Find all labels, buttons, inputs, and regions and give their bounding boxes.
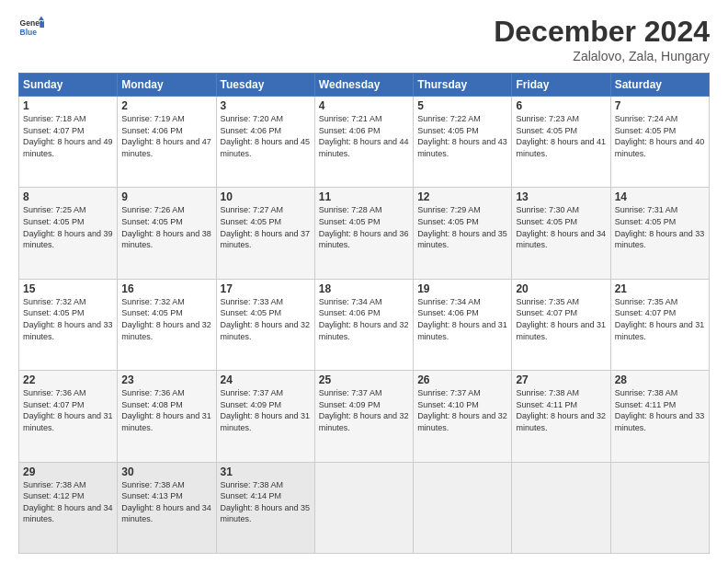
weekday-header: Thursday bbox=[414, 74, 512, 97]
day-number: 12 bbox=[417, 190, 507, 203]
calendar-cell: 6Sunrise: 7:23 AMSunset: 4:05 PMDaylight… bbox=[512, 97, 610, 188]
day-number: 9 bbox=[121, 190, 211, 203]
calendar-cell: 9Sunrise: 7:26 AMSunset: 4:05 PMDaylight… bbox=[118, 188, 216, 279]
month-title: December 2024 bbox=[494, 15, 710, 49]
logo: General Blue bbox=[18, 15, 44, 40]
day-number: 16 bbox=[121, 282, 211, 295]
logo-icon: General Blue bbox=[18, 15, 44, 40]
cell-info: Sunrise: 7:35 AMSunset: 4:07 PMDaylight:… bbox=[615, 297, 705, 341]
weekday-header: Friday bbox=[512, 74, 610, 97]
cell-info: Sunrise: 7:34 AMSunset: 4:06 PMDaylight:… bbox=[319, 297, 409, 341]
cell-info: Sunrise: 7:19 AMSunset: 4:06 PMDaylight:… bbox=[121, 114, 211, 158]
cell-info: Sunrise: 7:37 AMSunset: 4:09 PMDaylight:… bbox=[319, 388, 409, 432]
weekday-header: Saturday bbox=[610, 74, 709, 97]
calendar-cell: 19Sunrise: 7:34 AMSunset: 4:06 PMDayligh… bbox=[414, 279, 512, 370]
day-number: 15 bbox=[23, 282, 113, 295]
cell-info: Sunrise: 7:34 AMSunset: 4:06 PMDaylight:… bbox=[417, 297, 507, 341]
weekday-header: Wednesday bbox=[314, 74, 413, 97]
calendar-cell: 2Sunrise: 7:19 AMSunset: 4:06 PMDaylight… bbox=[118, 97, 216, 188]
svg-text:Blue: Blue bbox=[20, 28, 38, 37]
day-number: 30 bbox=[121, 465, 211, 478]
day-number: 4 bbox=[319, 99, 409, 112]
calendar-cell: 7Sunrise: 7:24 AMSunset: 4:05 PMDaylight… bbox=[610, 97, 709, 188]
day-number: 5 bbox=[417, 99, 507, 112]
day-number: 11 bbox=[319, 190, 409, 203]
day-number: 17 bbox=[221, 282, 311, 295]
day-number: 29 bbox=[23, 465, 113, 478]
weekday-header: Monday bbox=[118, 74, 216, 97]
cell-info: Sunrise: 7:27 AMSunset: 4:05 PMDaylight:… bbox=[221, 205, 311, 249]
cell-info: Sunrise: 7:30 AMSunset: 4:05 PMDaylight:… bbox=[516, 205, 606, 249]
cell-info: Sunrise: 7:33 AMSunset: 4:05 PMDaylight:… bbox=[221, 297, 311, 341]
day-number: 2 bbox=[121, 99, 211, 112]
cell-info: Sunrise: 7:29 AMSunset: 4:05 PMDaylight:… bbox=[417, 205, 507, 249]
cell-info: Sunrise: 7:31 AMSunset: 4:05 PMDaylight:… bbox=[615, 205, 705, 249]
day-number: 23 bbox=[121, 373, 211, 386]
day-number: 7 bbox=[615, 99, 705, 112]
cell-info: Sunrise: 7:25 AMSunset: 4:05 PMDaylight:… bbox=[23, 205, 113, 249]
cell-info: Sunrise: 7:26 AMSunset: 4:05 PMDaylight:… bbox=[121, 205, 211, 249]
calendar-cell: 21Sunrise: 7:35 AMSunset: 4:07 PMDayligh… bbox=[610, 279, 709, 370]
calendar-cell: 28Sunrise: 7:38 AMSunset: 4:11 PMDayligh… bbox=[610, 371, 709, 462]
day-number: 22 bbox=[23, 373, 113, 386]
day-number: 18 bbox=[319, 282, 409, 295]
day-number: 26 bbox=[417, 373, 507, 386]
cell-info: Sunrise: 7:37 AMSunset: 4:09 PMDaylight:… bbox=[221, 388, 311, 432]
day-number: 6 bbox=[516, 99, 606, 112]
calendar-cell: 1Sunrise: 7:18 AMSunset: 4:07 PMDaylight… bbox=[19, 97, 118, 188]
cell-info: Sunrise: 7:21 AMSunset: 4:06 PMDaylight:… bbox=[319, 114, 409, 158]
calendar-cell: 11Sunrise: 7:28 AMSunset: 4:05 PMDayligh… bbox=[314, 188, 413, 279]
calendar-cell bbox=[610, 462, 709, 553]
title-block: December 2024 Zalalovo, Zala, Hungary bbox=[494, 15, 710, 63]
calendar-cell: 20Sunrise: 7:35 AMSunset: 4:07 PMDayligh… bbox=[512, 279, 610, 370]
calendar-cell: 23Sunrise: 7:36 AMSunset: 4:08 PMDayligh… bbox=[118, 371, 216, 462]
cell-info: Sunrise: 7:22 AMSunset: 4:05 PMDaylight:… bbox=[417, 114, 507, 158]
calendar-cell bbox=[512, 462, 610, 553]
cell-info: Sunrise: 7:23 AMSunset: 4:05 PMDaylight:… bbox=[516, 114, 606, 158]
day-number: 1 bbox=[23, 99, 113, 112]
calendar-cell: 10Sunrise: 7:27 AMSunset: 4:05 PMDayligh… bbox=[216, 188, 314, 279]
day-number: 19 bbox=[417, 282, 507, 295]
calendar-cell: 24Sunrise: 7:37 AMSunset: 4:09 PMDayligh… bbox=[216, 371, 314, 462]
cell-info: Sunrise: 7:38 AMSunset: 4:14 PMDaylight:… bbox=[221, 480, 311, 524]
day-number: 14 bbox=[615, 190, 705, 203]
cell-info: Sunrise: 7:38 AMSunset: 4:12 PMDaylight:… bbox=[23, 480, 113, 524]
day-number: 24 bbox=[221, 373, 311, 386]
day-number: 27 bbox=[516, 373, 606, 386]
cell-info: Sunrise: 7:28 AMSunset: 4:05 PMDaylight:… bbox=[319, 205, 409, 249]
day-number: 8 bbox=[23, 190, 113, 203]
day-number: 3 bbox=[221, 99, 311, 112]
cell-info: Sunrise: 7:20 AMSunset: 4:06 PMDaylight:… bbox=[221, 114, 311, 158]
day-number: 31 bbox=[221, 465, 311, 478]
calendar-table: SundayMondayTuesdayWednesdayThursdayFrid… bbox=[18, 73, 710, 554]
day-number: 28 bbox=[615, 373, 705, 386]
calendar-cell: 25Sunrise: 7:37 AMSunset: 4:09 PMDayligh… bbox=[314, 371, 413, 462]
calendar-cell bbox=[414, 462, 512, 553]
calendar-cell: 3Sunrise: 7:20 AMSunset: 4:06 PMDaylight… bbox=[216, 97, 314, 188]
calendar-cell: 29Sunrise: 7:38 AMSunset: 4:12 PMDayligh… bbox=[19, 462, 118, 553]
day-number: 20 bbox=[516, 282, 606, 295]
calendar-cell: 8Sunrise: 7:25 AMSunset: 4:05 PMDaylight… bbox=[19, 188, 118, 279]
page-header: General Blue December 2024 Zalalovo, Zal… bbox=[18, 15, 710, 63]
cell-info: Sunrise: 7:35 AMSunset: 4:07 PMDaylight:… bbox=[516, 297, 606, 341]
day-number: 13 bbox=[516, 190, 606, 203]
calendar-cell: 13Sunrise: 7:30 AMSunset: 4:05 PMDayligh… bbox=[512, 188, 610, 279]
day-number: 25 bbox=[319, 373, 409, 386]
calendar-cell: 5Sunrise: 7:22 AMSunset: 4:05 PMDaylight… bbox=[414, 97, 512, 188]
svg-marker-3 bbox=[40, 22, 44, 28]
cell-info: Sunrise: 7:32 AMSunset: 4:05 PMDaylight:… bbox=[121, 297, 211, 341]
day-number: 10 bbox=[221, 190, 311, 203]
calendar-cell: 30Sunrise: 7:38 AMSunset: 4:13 PMDayligh… bbox=[118, 462, 216, 553]
calendar-cell: 12Sunrise: 7:29 AMSunset: 4:05 PMDayligh… bbox=[414, 188, 512, 279]
cell-info: Sunrise: 7:24 AMSunset: 4:05 PMDaylight:… bbox=[615, 114, 705, 158]
cell-info: Sunrise: 7:32 AMSunset: 4:05 PMDaylight:… bbox=[23, 297, 113, 341]
calendar-cell: 4Sunrise: 7:21 AMSunset: 4:06 PMDaylight… bbox=[314, 97, 413, 188]
cell-info: Sunrise: 7:36 AMSunset: 4:07 PMDaylight:… bbox=[23, 388, 113, 432]
cell-info: Sunrise: 7:38 AMSunset: 4:11 PMDaylight:… bbox=[615, 388, 705, 432]
calendar-cell: 16Sunrise: 7:32 AMSunset: 4:05 PMDayligh… bbox=[118, 279, 216, 370]
cell-info: Sunrise: 7:36 AMSunset: 4:08 PMDaylight:… bbox=[121, 388, 211, 432]
calendar-cell: 31Sunrise: 7:38 AMSunset: 4:14 PMDayligh… bbox=[216, 462, 314, 553]
calendar-cell bbox=[314, 462, 413, 553]
calendar-cell: 14Sunrise: 7:31 AMSunset: 4:05 PMDayligh… bbox=[610, 188, 709, 279]
cell-info: Sunrise: 7:37 AMSunset: 4:10 PMDaylight:… bbox=[417, 388, 507, 432]
